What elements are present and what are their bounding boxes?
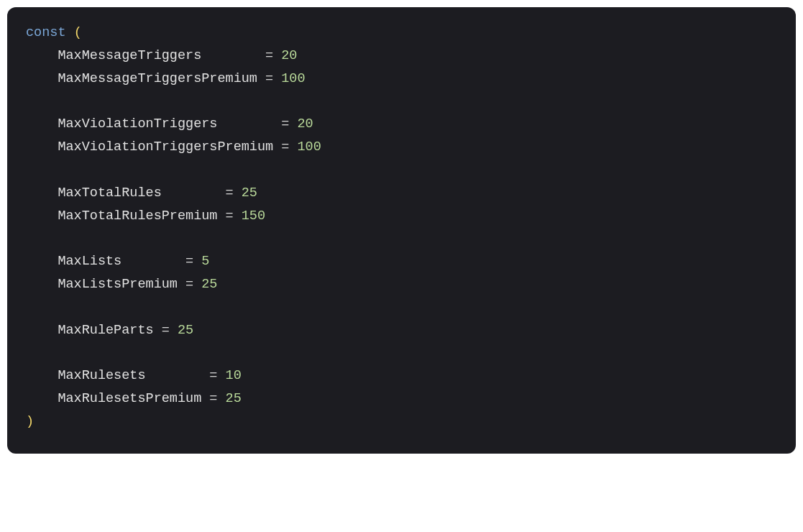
number-literal: 25 [242, 185, 257, 201]
paren-open: ( [74, 25, 82, 40]
equals-op: = [185, 254, 193, 269]
code-line: MaxRulesetsPremium = 25 [26, 387, 777, 411]
code-line: const ( [26, 22, 777, 45]
code-line: MaxRulesets = 10 [26, 364, 777, 387]
identifier: MaxRulesets [58, 368, 145, 383]
identifier: MaxRulesetsPremium [58, 391, 201, 406]
equals-op: = [265, 48, 273, 63]
identifier: MaxViolationTriggers [58, 116, 217, 132]
equals-op: = [226, 208, 234, 224]
identifier: MaxMessageTriggers [58, 48, 201, 63]
identifier: MaxRuleParts [58, 323, 153, 338]
identifier: MaxTotalRules [58, 185, 161, 201]
code-line [26, 90, 777, 113]
number-literal: 25 [226, 391, 242, 406]
equals-op: = [281, 116, 289, 132]
number-literal: 20 [281, 48, 297, 63]
code-line: MaxListsPremium = 25 [26, 273, 777, 296]
equals-op: = [185, 277, 193, 292]
number-literal: 20 [297, 116, 313, 132]
code-line [26, 227, 777, 250]
equals-op: = [281, 139, 289, 155]
code-line: MaxLists = 5 [26, 250, 777, 273]
code-line: ) [26, 411, 777, 434]
identifier: MaxListsPremium [58, 277, 178, 292]
code-line: MaxMessageTriggers = 20 [26, 45, 777, 68]
identifier: MaxViolationTriggersPremium [58, 139, 273, 155]
identifier: MaxTotalRulesPremium [58, 208, 217, 224]
paren-close: ) [26, 414, 34, 429]
number-literal: 5 [201, 254, 209, 269]
code-line [26, 341, 777, 364]
number-literal: 100 [297, 139, 321, 155]
number-literal: 100 [281, 71, 305, 86]
code-block: const (MaxMessageTriggers = 20MaxMessage… [7, 7, 796, 454]
number-literal: 150 [242, 208, 265, 224]
code-line [26, 159, 777, 182]
number-literal: 25 [201, 277, 217, 292]
equals-op: = [209, 391, 217, 406]
identifier: MaxLists [58, 254, 121, 269]
identifier: MaxMessageTriggersPremium [58, 71, 257, 86]
code-line: MaxViolationTriggers = 20 [26, 113, 777, 136]
code-line: MaxViolationTriggersPremium = 100 [26, 136, 777, 159]
number-literal: 10 [226, 368, 242, 383]
equals-op: = [209, 368, 217, 383]
code-line: MaxTotalRules = 25 [26, 182, 777, 205]
equals-op: = [162, 323, 170, 338]
equals-op: = [265, 71, 273, 86]
code-line: MaxRuleParts = 25 [26, 319, 777, 342]
number-literal: 25 [178, 323, 193, 338]
equals-op: = [226, 185, 234, 201]
keyword-const: const [26, 25, 66, 40]
code-line: MaxTotalRulesPremium = 150 [26, 205, 777, 228]
code-line: MaxMessageTriggersPremium = 100 [26, 68, 777, 91]
code-line [26, 296, 777, 319]
